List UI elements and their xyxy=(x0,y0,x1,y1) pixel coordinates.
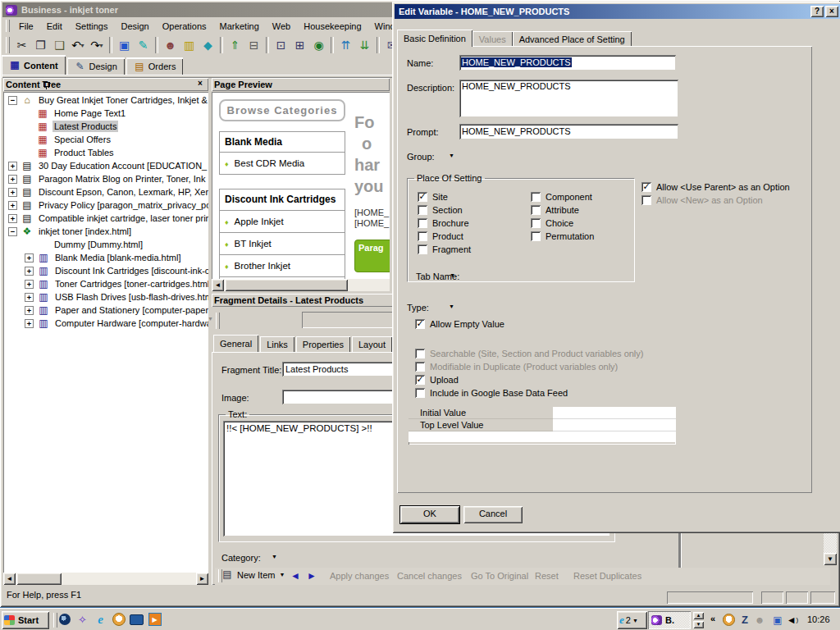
checkbox-section[interactable]: Section xyxy=(418,204,463,215)
tree-item[interactable]: 30 Day Education Account [EDUCATION_ xyxy=(3,159,208,172)
scroll-right-icon[interactable] xyxy=(196,573,208,585)
table-row[interactable]: Initial Value xyxy=(409,407,676,419)
preview-hscrollbar[interactable] xyxy=(212,279,390,291)
help-icon[interactable]: ? xyxy=(810,6,824,17)
preview-site-icon[interactable]: ⊞ xyxy=(290,36,309,54)
tray-chevron-icon[interactable]: « xyxy=(710,614,715,623)
tree-item[interactable]: Compatible inkjet cartridge, laser toner… xyxy=(3,212,208,225)
tree-item[interactable]: Paper and Stationery [computer-paper- xyxy=(3,304,208,317)
active-app-taskbar-button[interactable]: B. xyxy=(648,611,691,629)
copy-icon[interactable]: ❐ xyxy=(31,36,50,54)
tab-basic-definition[interactable]: Basic Definition xyxy=(397,30,472,47)
tray-user-icon[interactable]: ☻ xyxy=(753,614,766,626)
checkbox-icon[interactable] xyxy=(418,231,427,241)
collapse-icon[interactable] xyxy=(8,96,17,105)
checkbox-icon[interactable] xyxy=(531,205,541,215)
spinner-up-icon[interactable]: ▲ xyxy=(693,612,704,619)
design-brush-icon[interactable]: ✎ xyxy=(134,36,153,54)
web-globe-icon[interactable]: ◉ xyxy=(309,36,328,54)
checkbox-icon[interactable] xyxy=(418,244,427,254)
checkbox-icon[interactable] xyxy=(418,218,427,228)
checkbox-allow-empty[interactable]: Allow Empty Value xyxy=(415,318,504,329)
dialog-title-bar[interactable]: Edit Variable - HOME_NEW_PRODUCTS ? × xyxy=(395,4,840,19)
expand-icon[interactable] xyxy=(25,293,34,302)
checkbox-icon[interactable] xyxy=(418,205,427,215)
right-vscrollbar-track[interactable] xyxy=(824,533,837,553)
checkbox-allow-use-parent[interactable]: Allow <Use Parent> as an Option xyxy=(641,181,790,192)
top-level-value-cell[interactable] xyxy=(553,419,676,431)
menu-web[interactable]: Web xyxy=(266,20,297,33)
new-item-button[interactable]: ▤ New Item ▼ xyxy=(221,569,285,580)
menu-design[interactable]: Design xyxy=(114,20,155,33)
upload-arrows-icon[interactable]: ⇈ xyxy=(336,36,355,54)
scroll-left-icon[interactable] xyxy=(3,573,16,585)
checkbox-icon[interactable] xyxy=(418,192,427,202)
expand-icon[interactable] xyxy=(8,162,17,171)
expand-icon[interactable] xyxy=(25,306,34,315)
quicklaunch-media-player-icon[interactable]: ▶ xyxy=(148,613,162,626)
tab-advanced-place[interactable]: Advanced Place of Setting xyxy=(513,31,632,47)
scroll-down-icon[interactable] xyxy=(824,553,837,565)
tab-orders[interactable]: ▤ Orders xyxy=(126,57,184,75)
checkbox-product[interactable]: Product xyxy=(418,231,463,241)
tab-properties[interactable]: Properties xyxy=(296,336,350,352)
checkbox-google-base[interactable]: Include in Google Base Data Feed xyxy=(415,387,568,398)
menu-operations[interactable]: Operations xyxy=(156,20,213,33)
tree-item[interactable]: Buy Great Inkjet Toner Cartridges, Inkje… xyxy=(3,94,208,107)
tab-general[interactable]: General xyxy=(213,335,258,352)
tab-design[interactable]: ✎ Design xyxy=(67,57,125,75)
download-arrows-icon[interactable]: ⇊ xyxy=(355,36,374,54)
quicklaunch-app-icon[interactable] xyxy=(57,613,71,626)
checkbox-choice[interactable]: Choice xyxy=(531,217,573,228)
preview-link[interactable]: Apple Inkjet xyxy=(220,211,345,233)
ie-window-group-button[interactable]: e 2 ▼ xyxy=(617,611,647,629)
tree-item[interactable]: Privacy Policy [paragon_matrix_privacy_p… xyxy=(3,199,208,212)
scroll-thumb[interactable] xyxy=(16,573,62,585)
checkbox-icon[interactable] xyxy=(415,375,425,385)
name-input[interactable]: HOME_NEW_PRODUCTS xyxy=(459,55,676,71)
checkbox-icon[interactable] xyxy=(531,192,541,202)
tree-item[interactable]: Discount Ink Cartridges [discount-ink-c xyxy=(3,264,208,277)
browse-categories-button[interactable]: Browse Categories xyxy=(219,99,345,121)
expand-icon[interactable] xyxy=(8,188,17,197)
expand-icon[interactable] xyxy=(8,201,17,210)
tree-item[interactable]: Special Offers xyxy=(3,133,208,146)
prompt-input[interactable]: HOME_NEW_PRODUCTS xyxy=(459,124,678,139)
publish-icon[interactable]: ⇑ xyxy=(226,36,244,54)
close-panel-icon[interactable]: × xyxy=(195,80,205,89)
tree-item-selected[interactable]: Latest Products xyxy=(3,120,208,133)
ok-button[interactable]: OK xyxy=(400,506,459,523)
quicklaunch-desktop-icon[interactable] xyxy=(130,613,144,626)
checkbox-icon[interactable] xyxy=(531,231,541,241)
collapse-icon[interactable] xyxy=(8,227,17,236)
menu-file[interactable]: File xyxy=(12,20,40,33)
expand-icon[interactable] xyxy=(25,253,34,262)
quicklaunch-clock-icon[interactable] xyxy=(112,613,126,626)
component-cube-icon[interactable]: ◆ xyxy=(199,36,217,54)
expand-icon[interactable] xyxy=(25,280,34,289)
tab-links[interactable]: Links xyxy=(260,336,294,352)
catalog-database-icon[interactable]: ▥ xyxy=(180,36,199,54)
cancel-changes-button[interactable]: Cancel changes xyxy=(397,571,462,581)
tree-item[interactable]: inkjet toner [index.html] xyxy=(3,225,208,238)
undo-icon[interactable]: ↶▼ xyxy=(69,36,88,54)
menu-edit[interactable]: Edit xyxy=(40,20,69,33)
quicklaunch-symbol-icon[interactable]: ✧ xyxy=(75,613,89,626)
cut-icon[interactable]: ✂ xyxy=(12,36,31,54)
print-icon[interactable]: ⊟ xyxy=(244,36,263,54)
preview-monitor-icon[interactable]: ▣ xyxy=(115,36,134,54)
table-row[interactable]: Top Level Value xyxy=(409,419,676,431)
checkbox-brochure[interactable]: Brochure xyxy=(418,217,469,228)
goto-original-button[interactable]: Go To Original xyxy=(471,571,528,581)
preview-link[interactable]: Best CDR Media xyxy=(220,153,345,174)
preview-green-button[interactable]: Parag xyxy=(354,240,390,272)
paste-icon[interactable]: ❑ xyxy=(50,36,69,54)
tree-item[interactable]: Home Page Text1 xyxy=(3,107,208,120)
checkbox-upload[interactable]: Upload xyxy=(415,374,459,385)
tray-clock-icon[interactable] xyxy=(722,614,735,626)
tree-item[interactable]: USB Flash Drives [usb-flash-drives.htm xyxy=(3,290,208,304)
checkbox-component[interactable]: Component xyxy=(531,191,592,202)
close-icon[interactable]: × xyxy=(825,6,838,17)
spinner-down-icon[interactable]: ▼ xyxy=(693,621,704,628)
start-button[interactable]: Start xyxy=(2,611,49,629)
